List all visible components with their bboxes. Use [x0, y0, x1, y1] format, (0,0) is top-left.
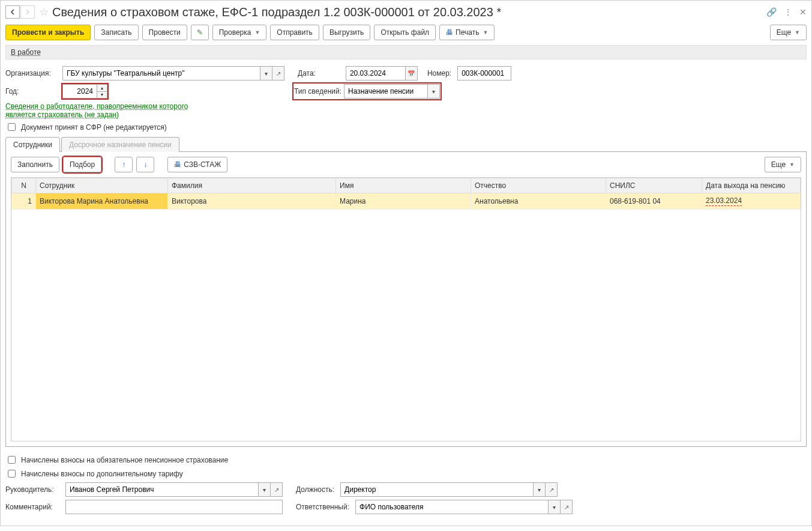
- tab-early-pension[interactable]: Досрочное назначение пенсии: [61, 137, 179, 152]
- organization-dropdown-button[interactable]: ▾: [260, 66, 272, 80]
- responsible-dropdown-button[interactable]: ▾: [549, 500, 561, 514]
- year-up-button[interactable]: ▲: [97, 85, 107, 91]
- cell-employee: Викторова Марина Анатольевна: [36, 193, 168, 210]
- date-picker-button[interactable]: 📅: [406, 66, 418, 80]
- date-label: Дата:: [298, 69, 316, 77]
- date-input[interactable]: [346, 66, 406, 80]
- check-dropdown-button[interactable]: Проверка▼: [212, 25, 267, 40]
- move-up-button[interactable]: ↑: [115, 157, 133, 172]
- organization-input[interactable]: [62, 66, 260, 80]
- post-button[interactable]: Провести: [142, 25, 187, 40]
- open-file-button[interactable]: Открыть файл: [374, 25, 436, 40]
- number-label: Номер:: [427, 69, 451, 77]
- year-down-button[interactable]: ▼: [97, 91, 107, 99]
- year-input[interactable]: [62, 84, 97, 99]
- infotype-dropdown-button[interactable]: ▾: [428, 84, 440, 99]
- year-label: Год:: [5, 87, 56, 96]
- save-button[interactable]: Записать: [94, 25, 138, 40]
- infotype-input[interactable]: [344, 84, 428, 99]
- mandatory-contrib-label: Начислены взносы на обязательное пенсион…: [21, 456, 228, 464]
- additional-tariff-label: Начислены взносы по дополнительному тари…: [21, 470, 183, 478]
- number-input[interactable]: [457, 66, 511, 80]
- cell-snils: 068-619-801 04: [606, 193, 702, 210]
- position-open-button[interactable]: ↗: [546, 482, 558, 497]
- cell-firstname: Марина: [336, 193, 471, 210]
- status-in-work-link[interactable]: В работе: [11, 48, 41, 56]
- table-row[interactable]: 1 Викторова Марина Анатольевна Викторова…: [12, 193, 801, 210]
- kebab-menu-icon[interactable]: ⋮: [784, 7, 792, 17]
- szv-stazh-button[interactable]: 🖶СЗВ-СТАЖ: [167, 157, 227, 172]
- col-lastname[interactable]: Фамилия: [168, 178, 336, 193]
- organization-label: Организация:: [5, 69, 56, 77]
- select-button[interactable]: Подбор: [63, 157, 101, 172]
- col-patronymic[interactable]: Отчество: [471, 178, 606, 193]
- head-label: Руководитель:: [5, 485, 59, 494]
- comment-label: Комментарий:: [5, 503, 59, 511]
- cell-pension-date: 23.03.2024: [702, 193, 801, 210]
- comment-input[interactable]: [65, 500, 283, 514]
- position-input[interactable]: [340, 482, 534, 497]
- col-firstname[interactable]: Имя: [336, 178, 471, 193]
- post-and-close-button[interactable]: Провести и закрыть: [5, 25, 91, 40]
- col-snils[interactable]: СНИЛС: [606, 178, 702, 193]
- printer-icon: 🖶: [446, 28, 453, 37]
- unload-button[interactable]: Выгрузить: [323, 25, 371, 40]
- position-label: Должность:: [296, 485, 334, 494]
- position-dropdown-button[interactable]: ▾: [534, 482, 546, 497]
- close-icon[interactable]: ✕: [799, 7, 807, 17]
- send-button[interactable]: Отправить: [270, 25, 319, 40]
- col-n[interactable]: N: [12, 178, 36, 193]
- tab-employees[interactable]: Сотрудники: [5, 137, 60, 152]
- nav-forward-button[interactable]: [20, 5, 35, 19]
- responsible-input[interactable]: [355, 500, 549, 514]
- link-icon[interactable]: 🔗: [766, 7, 777, 17]
- head-input[interactable]: [65, 482, 259, 497]
- table-header-row: N Сотрудник Фамилия Имя Отчество СНИЛС Д…: [12, 178, 801, 193]
- cell-n: 1: [12, 193, 36, 210]
- year-field-highlight: ▲ ▼: [62, 84, 107, 99]
- move-down-button[interactable]: ↓: [136, 157, 154, 172]
- print-dropdown-button[interactable]: 🖶Печать▼: [439, 25, 495, 40]
- additional-tariff-checkbox[interactable]: [8, 470, 16, 478]
- edit-button[interactable]: ✎: [191, 25, 209, 40]
- page-title: Сведения о страховом стаже, ЕФС-1 подраз…: [52, 5, 766, 19]
- mandatory-contrib-checkbox[interactable]: [8, 456, 16, 464]
- head-open-button[interactable]: ↗: [271, 482, 283, 497]
- responsible-label: Ответственный:: [296, 503, 349, 511]
- cell-patronymic: Анатольевна: [471, 193, 606, 210]
- predecessor-link[interactable]: Сведения о работодателе, правопреемником…: [5, 102, 188, 119]
- infotype-label: Тип сведений:: [294, 87, 341, 96]
- col-pension-date[interactable]: Дата выхода на пенсию: [702, 178, 801, 193]
- cell-lastname: Викторова: [168, 193, 336, 210]
- panel-more-dropdown-button[interactable]: Еще▼: [765, 157, 801, 172]
- printer-icon: 🖶: [174, 160, 181, 169]
- col-employee[interactable]: Сотрудник: [36, 178, 168, 193]
- favorite-star-icon[interactable]: ☆: [39, 5, 49, 19]
- head-dropdown-button[interactable]: ▾: [259, 482, 271, 497]
- nav-back-button[interactable]: [5, 5, 20, 19]
- fill-button[interactable]: Заполнить: [11, 157, 59, 172]
- responsible-open-button[interactable]: ↗: [561, 500, 573, 514]
- accepted-sfr-checkbox[interactable]: [8, 123, 16, 131]
- organization-open-button[interactable]: ↗: [272, 66, 284, 80]
- more-dropdown-button[interactable]: Еще▼: [770, 25, 807, 40]
- accepted-sfr-label: Документ принят в СФР (не редактируется): [21, 123, 167, 132]
